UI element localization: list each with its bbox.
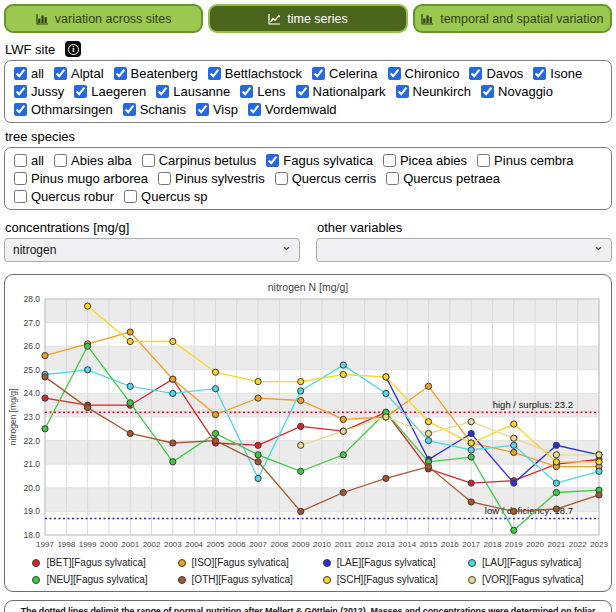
site-item-visp[interactable]: Visp: [196, 102, 238, 117]
species-item-abies-alba[interactable]: Abies alba: [54, 153, 132, 168]
site-item-vordemwald[interactable]: Vordemwald: [248, 102, 337, 117]
site-item-neunkirch[interactable]: Neunkirch: [396, 84, 472, 99]
site-item-all[interactable]: all: [14, 66, 44, 81]
species-item-pinus-mugo-arborea[interactable]: Pinus mugo arborea: [14, 171, 148, 186]
site-item-schanis[interactable]: Schanis: [123, 102, 186, 117]
site-item-nationalpark[interactable]: Nationalpark: [296, 84, 386, 99]
checkbox-label: Lausanne: [173, 84, 230, 99]
data-point-oth-fagus-sylvatica: [425, 464, 431, 470]
site-checkbox-laegeren[interactable]: [74, 85, 87, 98]
legend-marker-icon: [468, 559, 476, 567]
tab-variation-across-sites[interactable]: variation across sites: [4, 4, 203, 33]
site-checkbox-chironico[interactable]: [388, 67, 401, 80]
other-variables-select[interactable]: [316, 238, 612, 262]
species-item-pinus-cembra[interactable]: Pinus cembra: [477, 153, 573, 168]
species-item-all[interactable]: all: [14, 153, 44, 168]
site-item-isone[interactable]: Isone: [533, 66, 582, 81]
tab-time-series[interactable]: time series: [208, 4, 407, 33]
data-point-neu-fagus-sylvatica: [468, 454, 474, 460]
species-checkbox-all[interactable]: [14, 154, 27, 167]
site-item-laegeren[interactable]: Laegeren: [74, 84, 146, 99]
concentrations-select[interactable]: nitrogen: [4, 238, 300, 262]
legend-item-bet-fagus-sylvatica[interactable]: [BET][Fagus sylvatica]: [32, 557, 147, 568]
legend-item-oth-fagus-sylvatica[interactable]: [OTH][Fagus sylvatica]: [178, 574, 293, 585]
site-checkbox-celerina[interactable]: [312, 67, 325, 80]
site-checkbox-lausanne[interactable]: [156, 85, 169, 98]
data-point-sch-fagus-sylvatica: [127, 338, 133, 344]
species-item-quercus-petraea[interactable]: Quercus petraea: [386, 171, 500, 186]
legend-item-lae-fagus-sylvatica[interactable]: [LAE][Fagus sylvatica]: [323, 557, 438, 568]
species-checkbox-pinus-sylvestris[interactable]: [158, 172, 171, 185]
x-tick-label: 2008: [270, 540, 288, 549]
species-item-picea-abies[interactable]: Picea abies: [383, 153, 467, 168]
site-checkbox-jussy[interactable]: [14, 85, 27, 98]
data-point-oth-fagus-sylvatica: [468, 499, 474, 505]
legend-label: [NEU][Fagus sylvatica]: [46, 574, 147, 585]
species-checkbox-quercus-petraea[interactable]: [386, 172, 399, 185]
data-point-lau-fagus-sylvatica: [553, 480, 559, 486]
legend-marker-icon: [323, 559, 331, 567]
x-tick-label: 2003: [164, 540, 182, 549]
species-checkbox-quercus-robur[interactable]: [14, 190, 27, 203]
site-item-lens[interactable]: Lens: [240, 84, 285, 99]
site-item-alptal[interactable]: Alptal: [54, 66, 104, 81]
data-point-oth-fagus-sylvatica: [170, 440, 176, 446]
site-item-jussy[interactable]: Jussy: [14, 84, 64, 99]
site-checkbox-alptal[interactable]: [54, 67, 67, 80]
site-item-othmarsingen[interactable]: Othmarsingen: [14, 102, 113, 117]
species-item-pinus-sylvestris[interactable]: Pinus sylvestris: [158, 171, 265, 186]
species-item-fagus-sylvatica[interactable]: Fagus sylvatica: [266, 153, 373, 168]
species-checkbox-picea-abies[interactable]: [383, 154, 396, 167]
site-checkbox-nationalpark[interactable]: [296, 85, 309, 98]
species-checkbox-fagus-sylvatica[interactable]: [266, 154, 279, 167]
species-item-quercus-sp[interactable]: Quercus sp: [124, 189, 207, 204]
species-checkbox-quercus-cerris[interactable]: [275, 172, 288, 185]
legend-item-vor-fagus-sylvatica[interactable]: [VOR][Fagus sylvatica]: [468, 574, 584, 585]
site-checkbox-davos[interactable]: [469, 67, 482, 80]
species-checkbox-pinus-cembra[interactable]: [477, 154, 490, 167]
legend-item-iso-fagus-sylvatica[interactable]: [ISO][Fagus sylvatica]: [178, 557, 293, 568]
x-tick-label: 2013: [377, 540, 395, 549]
site-checkbox-beatenberg[interactable]: [114, 67, 127, 80]
species-checkbox-abies-alba[interactable]: [54, 154, 67, 167]
chart-title: nitrogen N [mg/g]: [268, 281, 349, 293]
site-checkbox-lens[interactable]: [240, 85, 253, 98]
site-item-davos[interactable]: Davos: [469, 66, 523, 81]
tree-species-checkbox-group: allAbies albaCarpinus betulusFagus sylva…: [4, 147, 612, 210]
data-point-sch-fagus-sylvatica: [596, 459, 602, 465]
site-item-beatenberg[interactable]: Beatenberg: [114, 66, 198, 81]
site-item-lausanne[interactable]: Lausanne: [156, 84, 230, 99]
tab-temporal-and-spatial-variation[interactable]: temporal and spatial variation: [413, 4, 612, 33]
data-point-vor-fagus-sylvatica: [425, 430, 431, 436]
site-item-celerina[interactable]: Celerina: [312, 66, 377, 81]
legend-item-sch-fagus-sylvatica[interactable]: [SCH][Fagus sylvatica]: [323, 574, 438, 585]
species-item-carpinus-betulus[interactable]: Carpinus betulus: [142, 153, 257, 168]
data-point-neu-fagus-sylvatica: [255, 452, 261, 458]
site-checkbox-isone[interactable]: [533, 67, 546, 80]
site-item-bettlachstock[interactable]: Bettlachstock: [208, 66, 302, 81]
species-checkbox-quercus-sp[interactable]: [124, 190, 137, 203]
site-checkbox-bettlachstock[interactable]: [208, 67, 221, 80]
site-checkbox-novaggio[interactable]: [481, 85, 494, 98]
data-point-bet-fagus-sylvatica: [468, 480, 474, 486]
footnote: The dotted lines delimit the range of no…: [4, 600, 612, 612]
site-checkbox-vordemwald[interactable]: [248, 103, 261, 116]
data-point-sch-fagus-sylvatica: [298, 379, 304, 385]
species-item-quercus-cerris[interactable]: Quercus cerris: [275, 171, 377, 186]
site-checkbox-neunkirch[interactable]: [396, 85, 409, 98]
species-checkbox-pinus-mugo-arborea[interactable]: [14, 172, 27, 185]
species-checkbox-carpinus-betulus[interactable]: [142, 154, 155, 167]
site-item-novaggio[interactable]: Novaggio: [481, 84, 553, 99]
time-series-chart: nitrogen N [mg/g]18.019.020.021.022.023.…: [7, 279, 609, 551]
site-checkbox-othmarsingen[interactable]: [14, 103, 27, 116]
legend-item-neu-fagus-sylvatica[interactable]: [NEU][Fagus sylvatica]: [32, 574, 147, 585]
checkbox-label: Chironico: [405, 66, 460, 81]
legend-item-lau-fagus-sylvatica[interactable]: [LAU][Fagus sylvatica]: [468, 557, 584, 568]
site-item-chironico[interactable]: Chironico: [388, 66, 460, 81]
checkbox-label: Visp: [213, 102, 238, 117]
site-checkbox-schanis[interactable]: [123, 103, 136, 116]
info-icon[interactable]: i: [65, 41, 81, 57]
site-checkbox-visp[interactable]: [196, 103, 209, 116]
site-checkbox-all[interactable]: [14, 67, 27, 80]
species-item-quercus-robur[interactable]: Quercus robur: [14, 189, 114, 204]
